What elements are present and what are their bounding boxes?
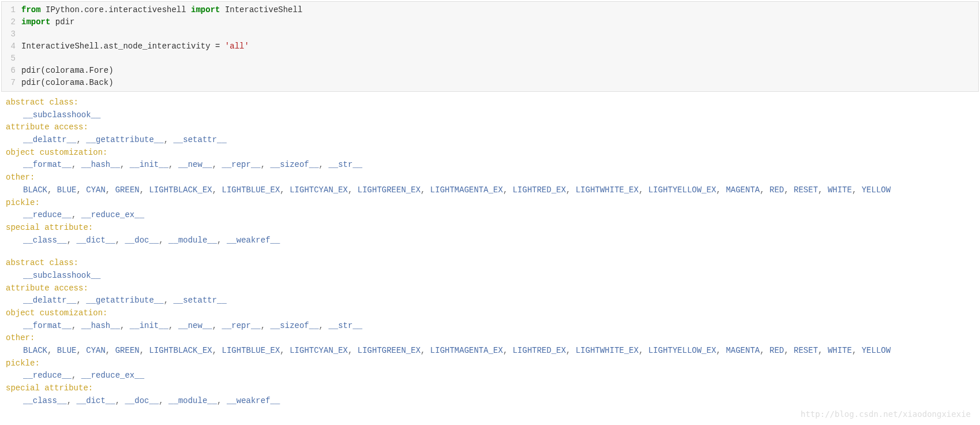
attr-item: BLACK xyxy=(23,185,47,195)
attr-item: LIGHTBLUE_EX xyxy=(222,346,280,355)
attr-item: __doc__ xyxy=(125,236,159,245)
items-line: __class__, __dict__, __doc__, __module__… xyxy=(6,395,974,408)
attr-item: RED xyxy=(769,185,784,195)
attr-item: RESET xyxy=(794,185,818,195)
code-content: from IPython.core.interactiveshell impor… xyxy=(21,4,978,16)
code-line: 6pdir(colorama.Fore) xyxy=(2,65,978,77)
attr-item: BLUE xyxy=(57,185,77,195)
separator: , xyxy=(503,185,513,195)
code-content xyxy=(21,28,978,40)
separator: , xyxy=(348,346,358,355)
line-number: 7 xyxy=(2,77,21,89)
separator: , xyxy=(319,160,329,169)
attr-item: __repr__ xyxy=(222,160,261,169)
items-line: BLACK, BLUE, CYAN, GREEN, LIGHTBLACK_EX,… xyxy=(6,184,974,197)
attr-item: __reduce__ xyxy=(23,371,72,380)
attr-item: __format__ xyxy=(23,160,72,169)
code-content: InteractiveShell.ast_node_interactivity … xyxy=(21,40,978,53)
attr-item: LIGHTGREEN_EX xyxy=(358,346,420,355)
items-line: __format__, __hash__, __init__, __new__,… xyxy=(6,159,974,172)
category-label: object customization: xyxy=(6,308,107,318)
separator: , xyxy=(72,160,81,169)
separator: , xyxy=(140,185,149,195)
separator: , xyxy=(261,321,271,330)
attr-item: LIGHTRED_EX xyxy=(513,185,566,195)
line-number: 5 xyxy=(2,53,21,65)
category-label: pickle: xyxy=(6,198,40,207)
attr-item: MAGENTA xyxy=(726,346,760,355)
attr-item: __str__ xyxy=(328,160,362,169)
separator: , xyxy=(566,185,576,195)
separator: , xyxy=(76,135,86,144)
category-label: special attribute: xyxy=(6,383,93,393)
separator: , xyxy=(140,346,149,355)
items-line: __reduce__, __reduce_ex__ xyxy=(6,370,974,382)
separator: , xyxy=(164,135,174,144)
line-number: 6 xyxy=(2,65,21,77)
category-line: pickle: xyxy=(6,357,974,370)
category-line: special attribute: xyxy=(6,382,974,395)
attr-item: BLUE xyxy=(57,346,77,355)
attr-item: __delattr__ xyxy=(23,135,76,144)
items-line: __class__, __dict__, __doc__, __module__… xyxy=(6,234,974,247)
attr-item: __hash__ xyxy=(81,160,120,169)
attr-item: LIGHTYELLOW_EX xyxy=(648,346,716,355)
attr-item: RED xyxy=(769,346,784,355)
separator: , xyxy=(716,346,726,355)
attr-item: __dict__ xyxy=(76,236,115,245)
attr-item: LIGHTCYAN_EX xyxy=(290,346,348,355)
category-label: attribute access: xyxy=(6,122,88,132)
attr-item: BLACK xyxy=(23,346,47,355)
separator: , xyxy=(106,185,115,195)
separator: , xyxy=(76,185,86,195)
attr-item: __weakref__ xyxy=(227,396,280,405)
code-line: 2import pdir xyxy=(2,16,978,28)
attr-item: GREEN xyxy=(115,346,140,355)
attr-item: __reduce__ xyxy=(23,210,72,219)
separator: , xyxy=(852,346,862,355)
attr-item: LIGHTGREEN_EX xyxy=(358,185,420,195)
separator: , xyxy=(639,346,648,355)
code-content: pdir(colorama.Back) xyxy=(21,77,978,89)
attr-item: __new__ xyxy=(178,321,212,330)
separator: , xyxy=(566,346,576,355)
attr-item: LIGHTWHITE_EX xyxy=(576,346,639,355)
category-line: attribute access: xyxy=(6,282,974,295)
attr-item: __new__ xyxy=(178,160,212,169)
line-number: 3 xyxy=(2,28,21,40)
separator: , xyxy=(261,160,271,169)
attr-item: LIGHTRED_EX xyxy=(513,346,566,355)
line-number: 2 xyxy=(2,16,21,28)
separator: , xyxy=(72,371,81,380)
attr-item: WHITE xyxy=(828,346,852,355)
category-label: object customization: xyxy=(6,148,107,157)
separator: , xyxy=(818,185,828,195)
separator: , xyxy=(120,160,130,169)
separator: , xyxy=(319,321,329,330)
attr-item: __subclasshook__ xyxy=(23,110,100,120)
separator: , xyxy=(212,346,222,355)
attr-item: __module__ xyxy=(168,236,217,245)
attr-item: __init__ xyxy=(130,321,168,330)
attr-item: __hash__ xyxy=(81,321,120,330)
items-line: __subclasshook__ xyxy=(6,270,974,282)
separator: , xyxy=(168,321,178,330)
separator: , xyxy=(716,185,726,195)
separator: , xyxy=(76,296,86,305)
separator: , xyxy=(852,185,862,195)
separator: , xyxy=(420,185,430,195)
separator: , xyxy=(159,236,168,245)
code-line: 5 xyxy=(2,53,978,65)
separator: , xyxy=(67,396,77,405)
attr-item: __getattribute__ xyxy=(86,296,163,305)
separator: , xyxy=(420,346,430,355)
attr-item: __setattr__ xyxy=(173,135,226,144)
category-line: object customization: xyxy=(6,147,974,159)
separator: , xyxy=(76,346,86,355)
attr-item: __dict__ xyxy=(76,396,115,405)
output-block: abstract class:__subclasshook__attribute… xyxy=(6,257,974,407)
attr-item: __sizeof__ xyxy=(271,321,319,330)
attr-item: RESET xyxy=(794,346,818,355)
separator: , xyxy=(784,185,794,195)
separator: , xyxy=(115,396,125,405)
